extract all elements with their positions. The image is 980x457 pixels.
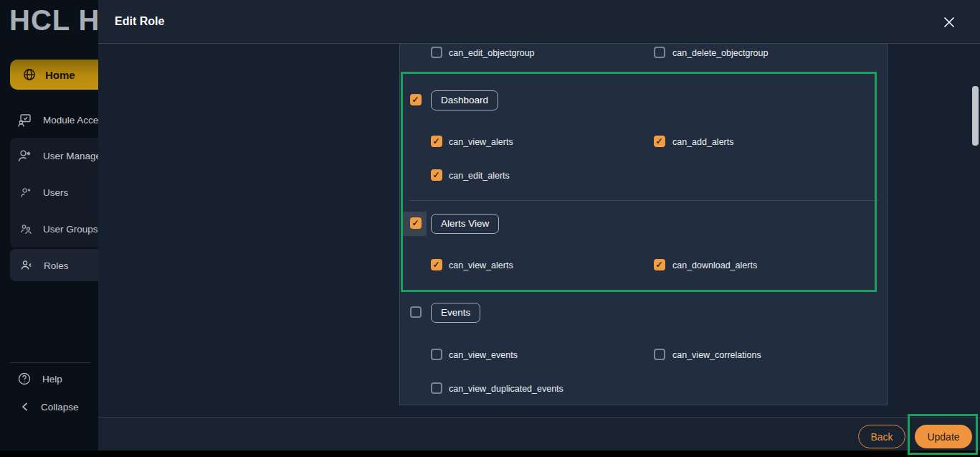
sidebar-divider — [10, 362, 90, 363]
modal-header: Edit Role — [98, 0, 980, 44]
checkbox-can-view-correlations[interactable] — [654, 349, 665, 360]
checkbox-section-events[interactable] — [410, 306, 422, 318]
checkbox-can-edit-objectgroup[interactable] — [431, 47, 442, 58]
close-icon[interactable] — [943, 16, 956, 29]
modal-title: Edit Role — [115, 15, 164, 28]
checkbox-can-view-events[interactable] — [431, 349, 442, 360]
page: HCL H Home Module Access — [0, 0, 980, 457]
checkbox-can-view-duplicated-events[interactable] — [431, 382, 442, 394]
checkbox-can-delete-objectgroup[interactable] — [654, 47, 665, 58]
page-scrollbar[interactable] — [972, 86, 979, 146]
permission-label: can_view_duplicated_events — [449, 384, 563, 394]
section-chip-events: Events — [431, 303, 480, 323]
user-group-icon — [20, 223, 32, 235]
back-button[interactable]: Back — [858, 425, 905, 448]
module-access-icon — [17, 113, 32, 128]
help-icon — [17, 372, 32, 386]
user-gear-icon — [20, 187, 32, 199]
permission-label: can_delete_objectgroup — [672, 48, 768, 58]
sidebar-item-label: Home — [45, 69, 75, 81]
sidebar-item-label: Help — [42, 374, 62, 385]
sidebar-item-label: User Groups — [43, 224, 98, 235]
globe-icon — [22, 67, 37, 82]
permission-label: can_view_correlations — [672, 350, 761, 360]
permission-label: can_edit_objectgroup — [449, 48, 535, 58]
user-gear-icon — [17, 149, 32, 164]
modal-footer: Back Update — [98, 417, 980, 451]
permission-label: can_view_events — [449, 350, 518, 360]
sidebar-item-label: Collapse — [41, 402, 79, 413]
sidebar-item-label: Roles — [44, 260, 69, 271]
chevron-left-icon — [20, 402, 30, 412]
sidebar-item-label: Users — [43, 187, 68, 198]
app-logo: HCL H — [9, 4, 100, 37]
highlight-box-sections — [401, 72, 877, 292]
highlight-box-update — [908, 414, 978, 455]
user-role-icon — [20, 259, 33, 272]
